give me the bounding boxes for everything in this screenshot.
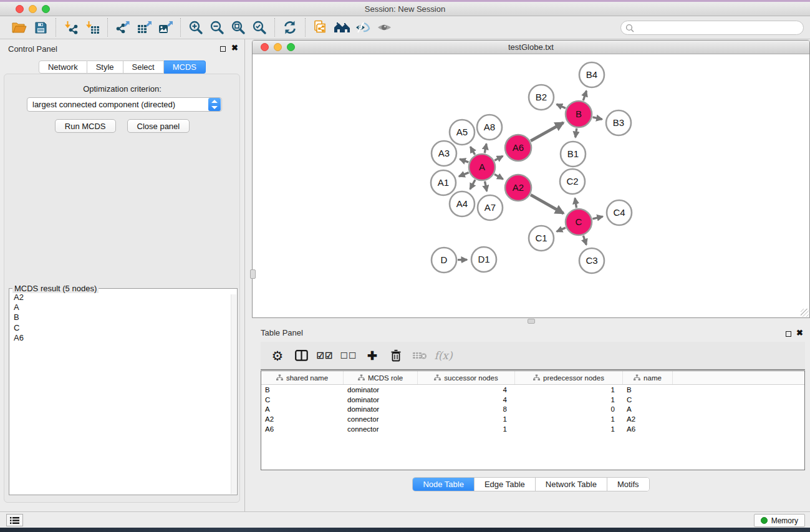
zoom-out-icon[interactable] [206, 18, 228, 37]
graph-node-B2[interactable]: B2 [529, 85, 554, 110]
table-cell[interactable]: 4 [418, 396, 515, 404]
tab-network-table[interactable]: Network Table [535, 478, 607, 491]
export-network-icon[interactable] [112, 18, 133, 37]
deselect-all-icon[interactable]: ☐☐ [337, 351, 360, 360]
optimization-criterion-select[interactable]: largest connected component (directed) [27, 97, 222, 112]
close-panel-icon[interactable]: ✖ [231, 43, 238, 52]
table-cell[interactable]: dominator [344, 405, 418, 413]
table-cell[interactable]: B [623, 386, 673, 394]
home-view-icon[interactable] [331, 18, 352, 37]
table-row[interactable]: A2connector11A2 [261, 414, 804, 424]
graph-node-D[interactable]: D [432, 248, 456, 273]
graph-edge-A-A8[interactable] [485, 144, 486, 153]
tab-mcds[interactable]: MCDS [164, 60, 206, 74]
table-cell[interactable]: dominator [344, 386, 418, 394]
graph-node-B3[interactable]: B3 [606, 110, 631, 135]
table-cell[interactable]: A6 [623, 425, 673, 433]
result-item[interactable]: C [14, 323, 237, 333]
export-image-icon[interactable] [155, 18, 176, 37]
table-cell[interactable]: 1 [515, 415, 623, 423]
table-cell[interactable]: A2 [623, 415, 673, 423]
copy-network-icon[interactable] [310, 18, 331, 37]
delete-table-icon[interactable] [408, 351, 432, 360]
float-panel-icon[interactable] [786, 331, 791, 337]
graph-node-C1[interactable]: C1 [529, 226, 554, 251]
float-panel-icon[interactable] [220, 46, 226, 52]
graph-node-B1[interactable]: B1 [561, 142, 586, 167]
export-table-icon[interactable] [133, 18, 155, 37]
table-cell[interactable]: 1 [515, 396, 623, 404]
table-cell[interactable]: C [261, 396, 344, 404]
graph-edge-B-B4[interactable] [583, 91, 586, 101]
panel-divider-handle[interactable] [528, 319, 535, 324]
table-cell[interactable]: connector [344, 425, 418, 433]
result-item[interactable]: A [14, 302, 237, 312]
graph-node-C[interactable]: C [566, 209, 592, 235]
table-cell[interactable]: dominator [344, 396, 418, 404]
graph-edge-C-C1[interactable] [557, 228, 566, 231]
graph-edge-B-B1[interactable] [576, 128, 577, 137]
column-header-MCDS-role[interactable]: MCDS role [344, 371, 418, 384]
graph-node-A5[interactable]: A5 [450, 120, 475, 145]
graph-edge-A6-B[interactable] [531, 123, 563, 141]
table-settings-gear-icon[interactable]: ⚙ [266, 349, 289, 362]
open-file-icon[interactable] [9, 18, 30, 37]
run-mcds-button[interactable]: Run MCDS [55, 119, 116, 133]
table-cell[interactable]: 4 [418, 386, 515, 394]
graph-node-C4[interactable]: C4 [607, 200, 632, 225]
tab-edge-table[interactable]: Edge Table [474, 478, 535, 491]
graph-edge-A-A3[interactable] [460, 159, 468, 162]
refresh-icon[interactable] [279, 18, 301, 37]
graph-node-A2[interactable]: A2 [505, 175, 531, 201]
table-cell[interactable]: 1 [515, 386, 623, 394]
select-all-icon[interactable]: ☑☑ [313, 351, 337, 360]
table-cell[interactable]: C [623, 396, 673, 404]
graph-node-A[interactable]: A [469, 154, 495, 180]
graph-node-C3[interactable]: C3 [579, 248, 604, 273]
graph-edge-A-A1[interactable] [459, 173, 469, 177]
table-cell[interactable]: connector [344, 415, 418, 423]
network-window-titlebar[interactable]: testGlobe.txt [253, 41, 809, 54]
table-cell[interactable]: A6 [261, 425, 344, 433]
memory-button[interactable]: Memory [754, 514, 805, 527]
graph-edge-C-C2[interactable] [575, 198, 576, 208]
table-cell[interactable]: 1 [515, 425, 623, 433]
window-resize-grip[interactable] [801, 309, 809, 317]
table-row[interactable]: Cdominator41C [261, 395, 804, 405]
graph-edge-A-A6[interactable] [494, 156, 503, 160]
column-header-predecessor-nodes[interactable]: predecessor nodes [515, 371, 623, 384]
search-field[interactable] [620, 21, 804, 35]
close-panel-button[interactable]: Close panel [127, 119, 190, 133]
graph-node-B[interactable]: B [566, 101, 592, 127]
table-cell[interactable]: 1 [418, 425, 515, 433]
close-panel-icon[interactable]: ✖ [796, 328, 803, 337]
table-cell[interactable]: A [623, 405, 673, 413]
delete-column-trash-icon[interactable] [384, 349, 408, 362]
result-scrollbar[interactable] [231, 294, 236, 494]
graph-edge-C-C4[interactable] [592, 216, 602, 219]
graph-node-B4[interactable]: B4 [579, 62, 604, 87]
tab-motifs[interactable]: Motifs [607, 478, 649, 491]
result-item[interactable]: A6 [14, 333, 237, 343]
tab-node-table[interactable]: Node Table [413, 478, 474, 491]
tab-style[interactable]: Style [87, 60, 123, 74]
table-cell[interactable]: 0 [515, 405, 623, 413]
zoom-in-icon[interactable] [185, 18, 206, 37]
table-row[interactable]: A6connector11A6 [261, 424, 804, 434]
table-cell[interactable]: A [261, 405, 344, 413]
table-row[interactable]: Adominator80A [261, 404, 804, 414]
save-session-icon[interactable] [30, 18, 51, 37]
graph-edge-A-A4[interactable] [470, 180, 475, 189]
graph-edge-A-A7[interactable] [485, 181, 487, 191]
task-history-button[interactable] [6, 514, 23, 526]
result-item[interactable]: B [14, 312, 237, 322]
tab-select[interactable]: Select [123, 60, 164, 74]
graph-node-D1[interactable]: D1 [471, 247, 496, 272]
graph-node-A1[interactable]: A1 [431, 170, 456, 195]
zoom-selected-icon[interactable] [249, 18, 270, 37]
table-cell[interactable]: B [261, 386, 344, 394]
graph-node-A3[interactable]: A3 [432, 141, 456, 166]
graph-edge-B-B2[interactable] [557, 104, 566, 108]
graph-node-A6[interactable]: A6 [505, 135, 531, 161]
table-cell[interactable]: 8 [418, 405, 515, 413]
